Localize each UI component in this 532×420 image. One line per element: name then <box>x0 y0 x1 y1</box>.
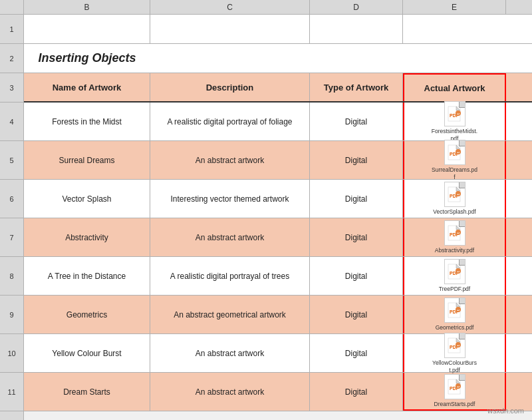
table-row: Dream StartsAn abstract artworkDigital P… <box>24 373 532 411</box>
pdf-filename: VectorSplash.pdf <box>433 208 475 215</box>
pdf-icon-container: PDF ↩ ForestsintheMidst.pdf <box>432 101 478 141</box>
artwork-name: Abstractivity <box>24 218 150 256</box>
row-numbers: 1 2 3 4 5 6 7 8 9 10 11 <box>0 15 24 420</box>
data-rows: Forests in the MidstA realistic digital … <box>24 103 532 411</box>
row-num-2: 2 <box>0 44 23 73</box>
artwork-description: An abstract artwork <box>150 218 310 256</box>
corner-cell <box>0 0 24 14</box>
artwork-file[interactable]: PDF ↩ DreamStarts.pdf <box>403 373 506 411</box>
artwork-description: A realistic digital portrayal of trees <box>150 257 310 295</box>
pdf-filename: Abstractivity.pdf <box>435 247 474 254</box>
artwork-name: Dream Starts <box>24 373 150 411</box>
pdf-icon: PDF ↩ <box>444 333 466 358</box>
artwork-file[interactable]: PDF ↩ VectorSplash.pdf <box>403 180 506 218</box>
pdf-svg-icon: PDF ↩ <box>448 186 462 202</box>
header-row: Name of Artwork Description Type of Artw… <box>24 73 532 103</box>
pdf-icon: PDF ↩ <box>444 298 466 323</box>
artwork-file[interactable]: PDF ↩ YellowColourBurst.pdf <box>403 334 506 372</box>
pdf-svg-icon: PDF ↩ <box>448 225 462 241</box>
artwork-name: Forests in the Midst <box>24 103 150 140</box>
row-num-3: 3 <box>0 73 23 103</box>
artwork-file[interactable]: PDF ↩ ForestsintheMidst.pdf <box>403 103 506 140</box>
pdf-svg-icon: PDF ↩ <box>448 337 462 353</box>
artwork-type: Digital <box>310 257 403 295</box>
pdf-svg-icon: PDF ↩ <box>448 144 462 160</box>
row1-d <box>310 15 403 43</box>
pdf-icon-container: PDF ↩ VectorSplash.pdf <box>432 182 478 215</box>
pdf-icon: PDF ↩ <box>444 140 466 165</box>
row1-e <box>403 15 506 43</box>
artwork-description: An abstract artwork <box>150 334 310 372</box>
pdf-icon: PDF ↩ <box>444 182 466 207</box>
pdf-icon: PDF ↩ <box>444 374 466 399</box>
pdf-icon: PDF ↩ <box>444 220 466 246</box>
title-cell: Inserting Objects <box>24 44 150 73</box>
table-row: Surreal DreamsAn abstract artworkDigital… <box>24 141 532 180</box>
table-row: GeometricsAn abstract geometrical artwor… <box>24 296 532 334</box>
row-1 <box>24 15 532 44</box>
header-description: Description <box>150 73 310 101</box>
header-artwork: Actual Artwork <box>403 73 506 101</box>
row-num-7: 7 <box>0 218 23 257</box>
pdf-svg-icon: PDF ↩ <box>448 264 462 280</box>
pdf-filename: YellowColourBurst.pdf <box>432 359 478 373</box>
header-name: Name of Artwork <box>24 73 150 101</box>
spreadsheet: B C D E 1 2 3 4 5 6 7 8 9 10 11 <box>0 0 532 420</box>
pdf-icon: PDF ↩ <box>444 259 466 284</box>
artwork-description: An abstract artwork <box>150 373 310 411</box>
pdf-icon-container: PDF ↩ DreamStarts.pdf <box>432 374 478 407</box>
artwork-type: Digital <box>310 103 403 140</box>
artwork-file[interactable]: PDF ↩ Geometrics.pdf <box>403 296 506 333</box>
artwork-name: Geometrics <box>24 296 150 333</box>
row-2: Inserting Objects <box>24 44 532 73</box>
artwork-type: Digital <box>310 218 403 256</box>
row-num-9: 9 <box>0 296 23 334</box>
table-row: Vector SplashInteresting vector themed a… <box>24 180 532 218</box>
pdf-filename: DreamStarts.pdf <box>434 401 475 407</box>
row-num-4: 4 <box>0 103 23 141</box>
col-b-header: B <box>24 0 150 14</box>
artwork-type: Digital <box>310 141 403 179</box>
artwork-file[interactable]: PDF ↩ TreePDF.pdf <box>403 257 506 295</box>
pdf-filename: TreePDF.pdf <box>439 286 470 292</box>
pdf-icon-container: PDF ↩ TreePDF.pdf <box>432 259 478 292</box>
pdf-svg-icon: PDF ↩ <box>448 302 462 318</box>
pdf-icon-container: PDF ↩ Geometrics.pdf <box>432 298 478 331</box>
artwork-name: Yellow Colour Burst <box>24 334 150 372</box>
pdf-svg-icon: PDF ↩ <box>448 106 462 122</box>
row-num-11: 11 <box>0 373 23 411</box>
table-content: Inserting Objects Name of Artwork Descri… <box>24 15 532 420</box>
pdf-svg-icon: PDF ↩ <box>448 379 462 395</box>
artwork-type: Digital <box>310 296 403 333</box>
artwork-name: Vector Splash <box>24 180 150 218</box>
artwork-type: Digital <box>310 373 403 411</box>
table-area: 1 2 3 4 5 6 7 8 9 10 11 Insertin <box>0 15 532 420</box>
row-num-8: 8 <box>0 257 23 296</box>
row2-e <box>403 44 506 73</box>
table-row: Forests in the MidstA realistic digital … <box>24 103 532 141</box>
pdf-icon: PDF ↩ <box>444 101 466 126</box>
pdf-filename: Geometrics.pdf <box>436 324 474 331</box>
row2-d <box>310 44 403 73</box>
row1-c <box>150 15 310 43</box>
table-row: A Tree in the DistanceA realistic digita… <box>24 257 532 296</box>
row1-b <box>24 15 150 43</box>
artwork-description: A realistic digital portrayal of foliage <box>150 103 310 140</box>
row-num-10: 10 <box>0 334 23 373</box>
artwork-description: An abstract artwork <box>150 141 310 179</box>
artwork-description: Interesting vector themed artwork <box>150 180 310 218</box>
col-c-header: C <box>150 0 310 14</box>
pdf-filename: SurrealDreams.pdf <box>432 166 478 180</box>
artwork-type: Digital <box>310 334 403 372</box>
artwork-name: Surreal Dreams <box>24 141 150 179</box>
artwork-name: A Tree in the Distance <box>24 257 150 295</box>
row2-c <box>150 44 310 73</box>
watermark: wsxdn.com <box>487 407 524 415</box>
pdf-icon-container: PDF ↩ YellowColourBurst.pdf <box>432 333 478 373</box>
artwork-file[interactable]: PDF ↩ Abstractivity.pdf <box>403 218 506 256</box>
row-num-5: 5 <box>0 141 23 180</box>
table-row: AbstractivityAn abstract artworkDigital … <box>24 218 532 257</box>
table-row: Yellow Colour BurstAn abstract artworkDi… <box>24 334 532 373</box>
pdf-icon-container: PDF ↩ Abstractivity.pdf <box>432 220 478 254</box>
artwork-file[interactable]: PDF ↩ SurrealDreams.pdf <box>403 141 506 179</box>
